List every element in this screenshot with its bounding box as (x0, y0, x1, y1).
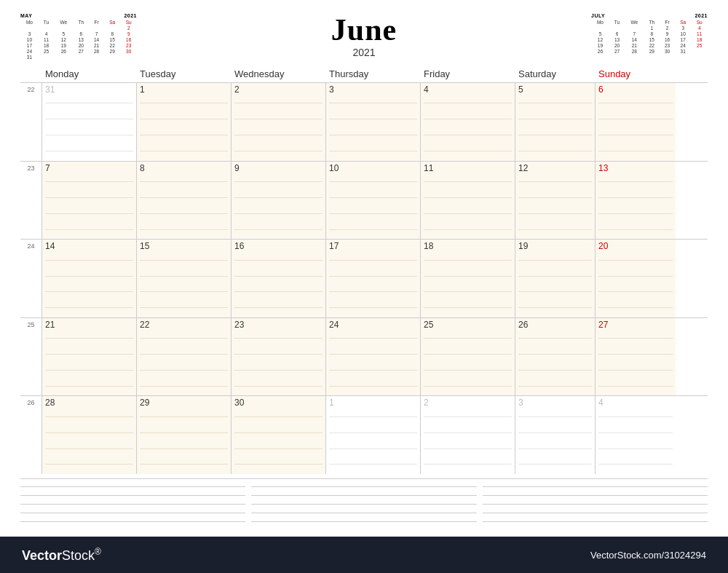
day-cell-mon-14: 14 (42, 240, 137, 317)
day-cell-fri-11: 11 (421, 162, 515, 240)
notes-area (20, 478, 708, 529)
day-cell-tue-15: 15 (137, 240, 232, 317)
day-cell-thu-3: 3 (326, 83, 421, 161)
footer: VectorStock® VectorStock.com/31024294 (0, 537, 728, 573)
day-num-24: 24 (329, 320, 417, 329)
may-mini-calendar: MAY 2021 Mo Tu We Th Fr Sa Su 2 (20, 13, 137, 60)
day-num-6: 6 (598, 85, 673, 94)
day-num-10: 10 (329, 164, 417, 173)
jul-col-su: Su (691, 20, 708, 25)
may-col-tu: Tu (39, 20, 54, 25)
day-num-1: 1 (140, 85, 228, 94)
day-num-26: 26 (518, 320, 592, 329)
year-label: 2021 (137, 47, 591, 58)
july-title: JULY (591, 13, 605, 18)
lines-fri-4 (424, 95, 512, 159)
day-cell-jul-3: 3 (515, 396, 596, 474)
week-num-25: 25 (20, 318, 42, 396)
week-num-23: 23 (20, 162, 42, 240)
day-cell-sun-13: 13 (596, 162, 676, 240)
jul-col-mo: Mo (591, 20, 609, 25)
header-saturday: Saturday (515, 67, 596, 81)
day-num-31: 31 (45, 85, 133, 94)
day-cell-wed-30: 30 (232, 396, 326, 474)
july-mini-calendar: JULY 2021 Mo Tu We Th Fr Sa Su 1234 (591, 13, 708, 54)
may-col-th: Th (73, 20, 89, 25)
week-row-25: 25 21 22 23 24 25 26 (20, 317, 708, 396)
may-col-su: Su (120, 20, 137, 25)
week-row-22: 22 31 1 2 (20, 82, 708, 161)
may-title: MAY (20, 13, 32, 18)
day-cell-fri-25: 25 (421, 318, 515, 396)
lines-thu-3 (329, 95, 417, 159)
day-cell-mon-7: 7 (42, 162, 137, 240)
calendar-grid: 22 31 1 2 (20, 82, 708, 474)
day-num-25: 25 (424, 320, 512, 329)
may-col-mo: Mo (20, 20, 39, 25)
day-num-22: 22 (140, 320, 228, 329)
day-cell-wed-23: 23 (232, 318, 326, 396)
day-num-21: 21 (45, 320, 133, 329)
jul-col-sa: Sa (675, 20, 692, 25)
center-title: June 2021 (137, 13, 591, 58)
footer-brand: VectorStock® (22, 547, 101, 564)
day-cell-jul-4: 4 (596, 396, 676, 474)
header-thursday: Thursday (326, 67, 421, 81)
day-cell-sat-5: 5 (515, 83, 596, 161)
header-tuesday: Tuesday (137, 67, 232, 81)
day-num-2: 2 (234, 85, 323, 94)
day-num-jul-1: 1 (329, 398, 417, 407)
day-cell-sun-6: 6 (596, 83, 676, 161)
header-wednesday: Wednesday (232, 67, 326, 81)
day-cell-tue-29: 29 (137, 396, 232, 474)
main-container: MAY 2021 Mo Tu We Th Fr Sa Su 2 (0, 0, 728, 537)
day-num-17: 17 (329, 242, 417, 250)
day-num-27: 27 (598, 320, 673, 329)
day-num-jul-2: 2 (424, 398, 512, 407)
day-cell-sun-27: 27 (596, 318, 676, 396)
week-num-22: 22 (20, 83, 42, 161)
day-cell-jul-2: 2 (421, 396, 515, 474)
footer-reg-symbol: ® (95, 547, 101, 557)
may-col-we: We (54, 20, 73, 25)
day-cell-wed-2: 2 (232, 83, 326, 161)
day-cell-mon-21: 21 (42, 318, 137, 396)
day-num-28: 28 (45, 398, 133, 407)
jul-col-fr: Fr (660, 20, 675, 25)
day-cell-thu-10: 10 (326, 162, 421, 240)
day-num-7: 7 (45, 164, 133, 173)
lines-sun-6 (598, 95, 673, 159)
may-col-fr: Fr (89, 20, 104, 25)
day-num-11: 11 (424, 164, 512, 173)
day-num-20: 20 (598, 242, 673, 250)
day-num-16: 16 (234, 242, 323, 250)
notes-col-3 (483, 482, 708, 526)
day-num-5: 5 (518, 85, 592, 94)
week-num-26: 26 (20, 396, 42, 474)
day-num-jul-3: 3 (518, 398, 592, 407)
day-cell-mon-31: 31 (42, 83, 137, 161)
day-cell-mon-28: 28 (42, 396, 137, 474)
week-num-24: 24 (20, 240, 42, 317)
day-num-4: 4 (424, 85, 512, 94)
day-num-29: 29 (140, 398, 228, 407)
footer-vector-text: Vector (22, 548, 62, 563)
week-row-23: 23 7 8 9 10 11 12 (20, 161, 708, 240)
day-num-13: 13 (598, 164, 673, 173)
day-num-3: 3 (329, 85, 417, 94)
day-num-14: 14 (45, 242, 133, 250)
day-cell-thu-17: 17 (326, 240, 421, 317)
day-cell-sun-20: 20 (596, 240, 676, 317)
day-cell-tue-22: 22 (137, 318, 232, 396)
jul-col-th: Th (644, 20, 660, 25)
week-row-24: 24 14 15 16 17 18 19 (20, 239, 708, 317)
header-sunday: Sunday (596, 67, 676, 81)
may-col-sa: Sa (104, 20, 121, 25)
footer-url: VectorStock.com/31024294 (590, 550, 706, 561)
notes-col-2 (251, 482, 476, 526)
day-num-30: 30 (234, 398, 323, 407)
day-cell-sat-26: 26 (515, 318, 596, 396)
lines-sat-5 (518, 95, 592, 159)
day-cell-thu-24: 24 (326, 318, 421, 396)
header-monday: Monday (42, 67, 137, 81)
